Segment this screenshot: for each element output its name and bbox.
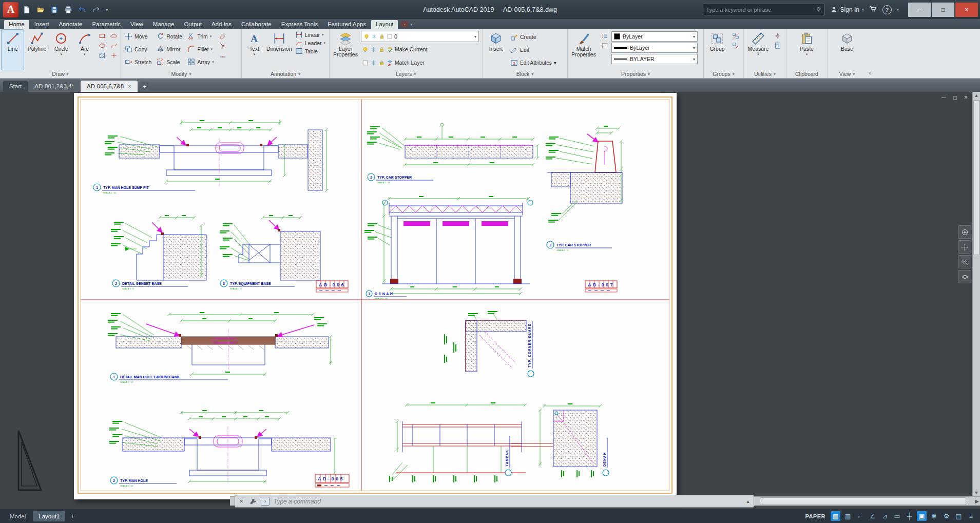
scale-button[interactable]: Scale [155,55,184,68]
lineweight-dropdown[interactable]: ByLayer▾ [611,43,698,53]
new-layout-button[interactable]: + [67,512,78,520]
close-button[interactable]: × [955,3,978,17]
redo-button[interactable] [91,5,101,15]
table-button[interactable]: Table [293,47,328,55]
move-button[interactable]: Move [123,30,153,43]
quick-calc-icon[interactable] [774,42,781,49]
tab-addins[interactable]: Add-ins [207,20,236,29]
command-input[interactable]: Type a command [274,498,321,505]
ortho-icon[interactable]: ⌐ [855,511,865,521]
new-file-button[interactable] [22,5,32,15]
make-current-button[interactable]: Make Current [361,43,479,55]
panel-label-utilities[interactable]: Utilities▾ [744,70,786,78]
model-tab[interactable]: Model [4,511,31,521]
workspace-gear-icon[interactable]: ⚙ [941,511,951,521]
edit-attributes-button[interactable]: Edit Attributes▾ [509,56,558,69]
steering-wheel-icon[interactable] [958,225,971,239]
rotate-button[interactable]: Rotate [155,30,184,43]
panel-label-groups[interactable]: Groups▾ [704,70,743,78]
file-tab-ad005[interactable]: AD-005,6,7&8× [81,81,138,92]
undo-button[interactable] [77,5,87,15]
maximize-button[interactable]: □ [932,3,954,17]
point-icon[interactable] [110,52,118,59]
orbit-icon[interactable] [958,270,971,283]
ribbon-state-icon[interactable]: ▪ [401,21,408,27]
save-button[interactable] [49,5,60,15]
scroll-right-icon[interactable]: ▶ [975,497,979,506]
close-command-line-icon[interactable]: × [235,497,247,505]
qat-customize-caret-icon[interactable]: ▾ [106,7,108,12]
trim-button[interactable]: Trim▾ [185,30,216,43]
explode-icon[interactable] [219,42,226,49]
new-drawing-tab-button[interactable]: + [140,82,149,91]
mirror-button[interactable]: Mirror [155,43,184,55]
plot-button[interactable] [63,5,73,15]
transparency-icon[interactable] [601,42,608,49]
scroll-down-icon[interactable]: ▼ [973,490,980,495]
arc-tool-button[interactable]: Arc▾ [73,30,95,70]
stretch-button[interactable]: Stretch [123,55,153,68]
revision-cloud-icon[interactable] [110,32,118,40]
panel-label-view[interactable]: View▾ [828,70,867,78]
tab-insert[interactable]: Insert [30,20,54,29]
layer-properties-button[interactable]: Layer Properties [331,30,360,70]
id-point-icon[interactable] [774,32,781,40]
autocad-logo-icon[interactable]: A [3,2,18,17]
search-icon[interactable] [816,6,822,13]
doc-restore-icon[interactable]: □ [953,94,957,101]
horizontal-scroll-thumb[interactable] [760,497,966,505]
ribbon-overflow-icon[interactable]: » [867,29,875,78]
zoom-icon[interactable] [958,255,971,268]
tab-featured-apps[interactable]: Featured Apps [323,20,371,29]
crosshair-icon[interactable]: ┼ [905,511,914,521]
panel-label-clipboard[interactable]: Clipboard [786,70,827,78]
base-view-button[interactable]: Base [835,30,859,70]
paste-button[interactable]: Paste▾ [795,30,819,70]
panel-label-annotation[interactable]: Annotation▾ [242,70,329,78]
vertical-scroll-thumb[interactable] [973,100,979,255]
layout-paper[interactable]: 1 TYP. MAN HOLE SUMP PIT SKALA 1 : 10 [74,93,677,499]
panel-label-modify[interactable]: Modify▾ [121,70,241,78]
drawing-canvas[interactable]: ─ □ × [0,92,980,509]
open-file-button[interactable] [35,5,46,15]
panel-label-block[interactable]: Block▾ [483,70,567,78]
spline-icon[interactable] [110,42,118,49]
customize-command-icon[interactable] [249,498,257,505]
properties-list-icon[interactable] [601,32,608,40]
group-button[interactable]: Group [705,30,729,70]
tab-express-tools[interactable]: Express Tools [277,20,322,29]
tab-output[interactable]: Output [179,20,206,29]
panel-label-properties[interactable]: Properties▾ [568,70,703,78]
create-block-button[interactable]: Create [509,31,558,43]
rectangle-icon[interactable] [99,32,106,40]
annotation-scale-icon[interactable]: ✱ [929,511,939,521]
doc-minimize-icon[interactable]: ─ [941,94,946,101]
osnap-icon[interactable]: ▭ [892,511,902,521]
copy-button[interactable]: Copy [123,43,153,55]
grid-icon[interactable]: ▦ [831,511,840,521]
text-tool-button[interactable]: Text▾ [243,30,265,70]
group-edit-icon[interactable] [732,42,739,49]
command-line[interactable]: × › Type a command ▴ [235,495,754,508]
edit-block-button[interactable]: Edit [509,44,558,56]
paper-space-indicator[interactable]: PAPER [805,513,825,519]
ungroup-icon[interactable] [732,32,739,40]
selection-cycling-icon[interactable]: ▣ [917,511,927,521]
doc-close-icon[interactable]: × [964,94,968,101]
circle-tool-button[interactable]: Circle▾ [50,30,72,70]
vertical-scrollbar[interactable]: ▲ ▼ [972,92,980,496]
help-caret-icon[interactable]: ▾ [897,7,899,12]
insert-block-button[interactable]: Insert [484,30,508,70]
measure-button[interactable]: Measure▾ [745,30,771,70]
layer-dropdown[interactable]: 0 ▾ [361,31,479,42]
tab-layout[interactable]: Layout [371,20,398,29]
hatch-icon[interactable] [99,52,106,59]
ellipse-icon[interactable] [99,42,106,49]
line-tool-button[interactable]: Line [2,30,24,70]
match-layer-button[interactable]: Match Layer [361,56,479,69]
object-color-dropdown[interactable]: ByLayer▾ [611,31,698,42]
panel-label-draw[interactable]: Draw▾ [0,70,121,78]
scroll-up-icon[interactable]: ▲ [973,93,980,98]
layout1-tab[interactable]: Layout1 [33,511,65,521]
snap-icon[interactable]: ▥ [843,511,853,521]
